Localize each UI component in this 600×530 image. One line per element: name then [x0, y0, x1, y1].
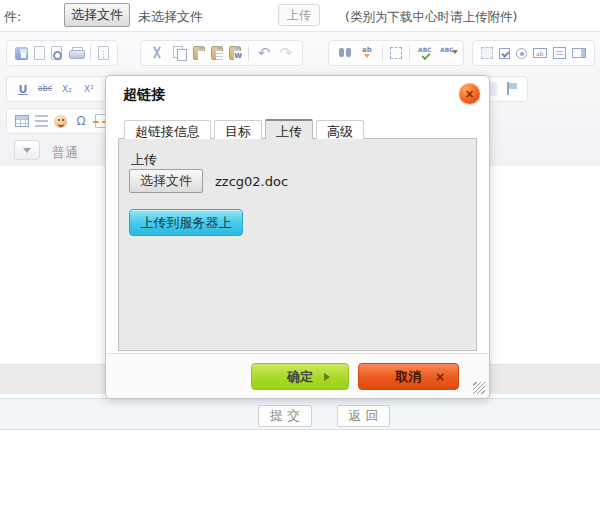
toolbar-group [6, 108, 115, 134]
upload-note: (类别为下载中心时请上传附件) [345, 9, 517, 26]
tab-advanced[interactable]: 高级 [316, 120, 364, 139]
toolbar-group [6, 40, 118, 66]
underline-icon[interactable] [15, 81, 31, 97]
checkbox-icon[interactable] [499, 48, 510, 59]
strike-icon[interactable] [37, 81, 53, 97]
superscript-icon[interactable] [81, 81, 97, 97]
undo-icon[interactable] [256, 45, 272, 61]
ok-label: 确定 [287, 369, 313, 384]
separator [409, 45, 410, 61]
separator [248, 45, 249, 61]
paste-icon[interactable] [193, 46, 205, 60]
upload-pane: 上传 选择文件 zzcg02.doc 上传到服务器上 [118, 138, 477, 351]
upload-button[interactable]: 上传 [278, 4, 320, 26]
hyperlink-dialog: 超链接 × 超链接信息 目标 上传 高级 上传 选择文件 zzcg02.doc … [105, 75, 490, 399]
tab-upload[interactable]: 上传 [265, 119, 313, 139]
dialog-title: 超链接 [123, 86, 165, 104]
spell-check-icon[interactable] [417, 45, 433, 61]
attachment-label: 件: [4, 8, 21, 26]
resize-handle-icon[interactable] [473, 382, 485, 394]
flag-icon[interactable] [503, 81, 519, 97]
screen: 件: 选择文件 未选择文件 上传 (类别为下载中心时请上传附件) 普通 提 交 … [0, 0, 600, 530]
toolbar-group [140, 40, 303, 66]
print-icon[interactable] [68, 47, 83, 60]
radio-icon[interactable] [516, 48, 527, 59]
subscript-icon[interactable] [59, 81, 75, 97]
text-field-icon[interactable] [533, 48, 547, 58]
dialog-tabs: 超链接信息 目标 上传 高级 [124, 119, 367, 139]
ok-button[interactable]: 确定 [251, 363, 349, 390]
toolbar-group [472, 40, 595, 66]
find-icon[interactable] [337, 45, 353, 61]
copy-icon[interactable] [171, 45, 187, 61]
hidden-field-icon[interactable] [481, 47, 493, 59]
textarea-icon[interactable] [553, 47, 566, 59]
paste-text-icon[interactable] [211, 46, 223, 60]
separator [382, 45, 383, 61]
new-page-icon[interactable] [34, 46, 45, 60]
templates-icon[interactable] [98, 46, 109, 60]
upload-to-server-button[interactable]: 上传到服务器上 [129, 209, 243, 236]
select-all-icon[interactable] [390, 47, 402, 59]
cancel-x-icon: × [435, 370, 445, 384]
ok-arrow-icon [324, 373, 334, 381]
attachment-row: 件: 选择文件 未选择文件 上传 (类别为下载中心时请上传附件) [0, 0, 600, 32]
table-icon[interactable] [15, 115, 29, 127]
select-field-icon[interactable] [572, 48, 586, 58]
paste-word-icon[interactable] [229, 46, 241, 60]
tab-target[interactable]: 目标 [214, 120, 262, 139]
horizontal-rule-icon[interactable] [35, 115, 48, 127]
format-combo-value[interactable]: 普通 [52, 144, 78, 162]
choose-file-button[interactable]: 选择文件 [64, 3, 130, 27]
submit-button[interactable]: 提 交 [258, 405, 312, 427]
close-button[interactable]: × [459, 83, 480, 104]
submit-bar: 提 交 返 回 [0, 398, 600, 430]
dialog-footer: 确定 取消 × [106, 353, 489, 398]
dialog-choose-file-button[interactable]: 选择文件 [129, 169, 203, 193]
styles-combo-arrow[interactable] [14, 140, 40, 160]
no-file-selected-text: 未选择文件 [138, 8, 203, 26]
preview-icon[interactable] [51, 46, 62, 60]
chevron-down-icon [23, 148, 31, 157]
smiley-icon[interactable] [54, 115, 67, 128]
redo-icon[interactable] [278, 45, 294, 61]
close-icon: × [464, 88, 474, 100]
separator [90, 45, 91, 61]
save-icon[interactable] [15, 47, 28, 60]
selected-filename: zzcg02.doc [215, 174, 288, 189]
toolbar-group [328, 40, 464, 66]
replace-icon[interactable] [359, 45, 375, 61]
tab-link-info[interactable]: 超链接信息 [124, 120, 211, 139]
special-char-icon[interactable] [73, 113, 89, 129]
upload-field-label: 上传 [131, 151, 157, 169]
spell-check-menu-icon[interactable] [439, 45, 455, 61]
cancel-label: 取消 [396, 369, 422, 384]
back-button[interactable]: 返 回 [337, 405, 390, 427]
cut-icon[interactable] [149, 45, 165, 61]
cancel-button[interactable]: 取消 × [358, 363, 459, 390]
